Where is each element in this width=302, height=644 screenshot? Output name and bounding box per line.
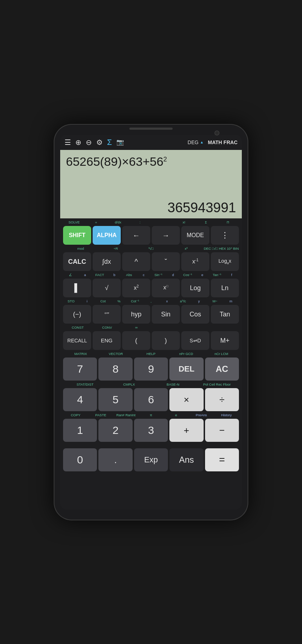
btn-row-1: SHIFT ALPHA ← → MODE ⋮	[62, 225, 240, 245]
caret-up-button[interactable]: ^	[122, 252, 150, 271]
integral-button[interactable]: ∫dx	[93, 252, 121, 271]
five-button[interactable]: 5	[98, 388, 132, 411]
label-row-1: SOLVE = d/dx : x! Σ Π	[62, 220, 240, 225]
mathfrac-label: MATH FRAC	[208, 139, 237, 145]
x-sq-button[interactable]: x2	[122, 279, 150, 297]
toolbar: ☰ ⊕ ⊖ ⚙ Σ 📷 DEG ▲ MATH FRAC	[60, 135, 242, 150]
neg-button[interactable]: (−)	[63, 305, 91, 324]
btn-row-3: ▌ √ x2 x□ Log Ln	[62, 278, 240, 298]
shift-button[interactable]: SHIFT	[63, 226, 91, 245]
btn-row-9: 0 . Exp Ans =	[62, 448, 240, 472]
label-row-3: ∠ a FACT b Abs c Sin⁻¹ d Cos⁻¹ e Tan⁻¹ f	[62, 272, 240, 277]
close-paren-button[interactable]: )	[152, 331, 180, 350]
hyp-button[interactable]: hyp	[122, 305, 150, 324]
menu-button[interactable]: ⋮	[211, 226, 239, 245]
label-row-5: CONST CONV ∞	[62, 325, 240, 330]
camera-icon[interactable]: 📷	[116, 138, 124, 146]
ln-button[interactable]: Ln	[211, 279, 239, 297]
tan-button[interactable]: Tan	[211, 305, 239, 324]
phone-frame: ☰ ⊕ ⊖ ⚙ Σ 📷 DEG ▲ MATH FRAC 65265(89)×63…	[54, 124, 248, 520]
recall-button[interactable]: RECALL	[63, 331, 91, 350]
label-row-8: COPY PASTE Ran# RanInt π e PreAns Histor…	[62, 413, 240, 418]
fraction-button[interactable]: ▌	[63, 279, 91, 297]
add-icon[interactable]: ⊕	[75, 138, 81, 147]
mode-button[interactable]: MODE	[181, 226, 209, 245]
two-button[interactable]: 2	[98, 419, 132, 442]
btn-row-5: RECALL ENG ( ) S⇌D M+	[62, 330, 240, 351]
phone-notch	[129, 128, 173, 130]
btn-row-7: 4 5 6 × ÷	[62, 387, 240, 412]
alpha-button[interactable]: ALPHA	[93, 226, 121, 245]
s-to-d-button[interactable]: S⇌D	[181, 331, 209, 350]
btn-row-6: 7 8 9 DEL AC	[62, 357, 240, 381]
phone-camera	[214, 130, 219, 136]
eight-button[interactable]: 8	[98, 357, 132, 381]
btn-row-4: (−) °′″ hyp Sin Cos Tan	[62, 304, 240, 324]
display-result: 365943991	[66, 200, 236, 216]
dot-button[interactable]: .	[98, 448, 132, 471]
left-arrow-button[interactable]: ←	[122, 226, 150, 245]
four-button[interactable]: 4	[63, 388, 97, 411]
eng-button[interactable]: ENG	[93, 331, 121, 350]
open-paren-button[interactable]: (	[122, 331, 150, 350]
caret-down-button[interactable]: ˇ	[152, 252, 180, 271]
sin-button[interactable]: Sin	[152, 305, 180, 324]
zero-button[interactable]: 0	[63, 448, 97, 471]
minus-button[interactable]: −	[205, 419, 239, 442]
settings-icon[interactable]: ⚙	[96, 138, 103, 147]
nine-button[interactable]: 9	[134, 357, 168, 381]
sqrt-button[interactable]: √	[93, 279, 121, 297]
right-arrow-button[interactable]: →	[152, 226, 180, 245]
deg-label: DEG ▲	[188, 139, 204, 145]
label-row-6: MATRIX VECTOR HELP nPr GCD nCr LCM	[62, 351, 240, 356]
ans-button[interactable]: Ans	[169, 448, 203, 471]
calculator: ☰ ⊕ ⊖ ⚙ Σ 📷 DEG ▲ MATH FRAC 65265(89)×63…	[60, 135, 242, 510]
plus-button[interactable]: +	[169, 419, 203, 442]
logax-button[interactable]: Logax	[211, 252, 239, 271]
display-input: 65265(89)×63+562	[66, 154, 236, 169]
menu-icon[interactable]: ☰	[65, 138, 71, 147]
del-button[interactable]: DEL	[169, 357, 203, 381]
deg-sym-button[interactable]: °′″	[93, 305, 121, 324]
seven-button[interactable]: 7	[63, 357, 97, 381]
equals-button[interactable]: =	[205, 448, 239, 471]
calc-button[interactable]: CALC	[63, 252, 91, 271]
label-row-4: STO i Cot % Cot⁻¹ , x aᵇ/c y M− m	[62, 299, 240, 304]
x-inv-button[interactable]: x-1	[181, 252, 209, 271]
multiply-button[interactable]: ×	[169, 388, 203, 411]
divide-button[interactable]: ÷	[205, 388, 239, 411]
sub-icon[interactable]: ⊖	[86, 138, 92, 147]
label-row-7: STAT/DIST CMPLX BASE-N Pol Ceil Rec Floo…	[62, 382, 240, 387]
btn-row-8: 1 2 3 + −	[62, 418, 240, 443]
display: 65265(89)×63+562 365943991	[60, 150, 242, 218]
three-button[interactable]: 3	[134, 419, 168, 442]
ac-button[interactable]: AC	[205, 357, 239, 381]
six-button[interactable]: 6	[134, 388, 168, 411]
sigma-icon[interactable]: Σ	[107, 138, 112, 147]
log-button[interactable]: Log	[181, 279, 209, 297]
one-button[interactable]: 1	[63, 419, 97, 442]
exp-button[interactable]: Exp	[134, 448, 168, 471]
x-pow-button[interactable]: x□	[152, 279, 180, 297]
btn-row-2: CALC ∫dx ^ ˇ x-1 Logax	[62, 252, 240, 272]
label-row-2: mod ÷R ³√□ x³ DEC □√□ HEX 10ˣ BIN e□ OCT	[62, 246, 240, 251]
cos-button[interactable]: Cos	[181, 305, 209, 324]
button-area: SOLVE = d/dx : x! Σ Π SHIFT ALPHA ← → MO…	[60, 218, 242, 510]
m-plus-button[interactable]: M+	[211, 331, 239, 350]
